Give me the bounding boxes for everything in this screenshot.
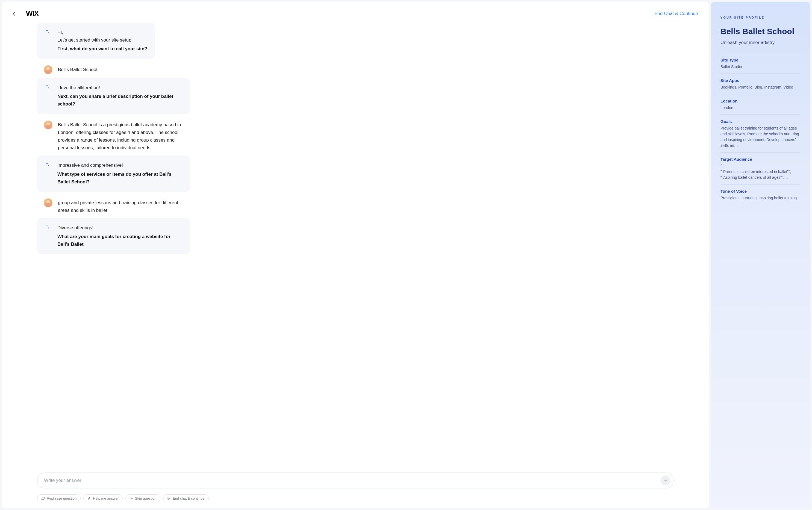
answer-input[interactable] <box>44 478 661 483</box>
arrow-right-icon <box>663 478 668 483</box>
end-chat-link[interactable]: End Chat & Continue <box>654 11 698 17</box>
rephrase-button[interactable]: Rephrase question <box>37 494 81 502</box>
profile-tagline: Unleash your inner artistry <box>721 40 801 46</box>
ai-message: I love the alliteration! Next, can you s… <box>37 78 698 114</box>
sparkle-icon <box>44 84 50 90</box>
section-label: Site Apps <box>721 78 801 83</box>
ai-content: Impressive and comprehensive! What type … <box>45 162 182 186</box>
pill-label: End chat & continue <box>173 496 204 501</box>
sparkle-icon <box>44 162 50 168</box>
refresh-icon <box>41 497 45 500</box>
user-avatar <box>44 120 53 129</box>
section-label: Tone of Voice <box>721 189 801 194</box>
end-chat-button[interactable]: End chat & continue <box>163 494 208 502</box>
section-label: Goals <box>721 119 801 124</box>
ai-text-line: Diverse offerings! <box>57 224 182 232</box>
ai-bubble: Hi, Let's get started with your site set… <box>37 23 155 59</box>
ai-bubble: I love the alliteration! Next, can you s… <box>37 78 190 114</box>
header: WIX End Chat & Continue <box>2 2 709 23</box>
wix-logo: WIX <box>21 9 38 18</box>
section-label: Site Type <box>721 58 801 62</box>
profile-section-target-audience: Target Audience [ ""Parents of children … <box>721 152 801 184</box>
pill-label: Help me answer <box>93 496 119 501</box>
pill-label: Rephrase question <box>47 496 77 501</box>
sparkle-icon <box>44 224 50 231</box>
ai-question: What type of services or items do you of… <box>57 171 182 186</box>
profile-section-tone: Tone of Voice Prestigious, nurturing, in… <box>721 184 801 205</box>
exit-icon <box>167 497 171 500</box>
ai-message: Diverse offerings! What are your main go… <box>37 218 698 254</box>
user-avatar <box>44 198 53 207</box>
ai-bubble: Diverse offerings! What are your main go… <box>37 218 190 254</box>
ai-text-line: I love the alliteration! <box>57 84 182 91</box>
user-message: Bell's Ballet School <box>37 63 190 78</box>
user-text: group and private lessons and training c… <box>58 198 182 214</box>
send-button[interactable] <box>661 476 670 485</box>
ai-question: Next, can you share a brief description … <box>57 93 182 108</box>
wand-icon <box>87 497 91 500</box>
chevron-left-icon <box>12 11 15 16</box>
ai-question: What are your main goals for creating a … <box>57 233 182 248</box>
ai-content: I love the alliteration! Next, can you s… <box>45 84 182 108</box>
section-value: Provide ballet training for students of … <box>721 125 801 148</box>
user-message: group and private lessons and training c… <box>37 196 190 218</box>
profile-section-location: Location London <box>721 94 801 115</box>
profile-title: Bells Ballet School <box>721 27 801 36</box>
ai-text-line: Hi, <box>57 29 147 36</box>
header-left: WIX <box>12 9 38 18</box>
section-label: Target Audience <box>721 157 801 162</box>
section-value: Prestigious, nurturing, inspiring ballet… <box>721 195 801 201</box>
back-button[interactable] <box>12 11 15 16</box>
ai-text-line: Impressive and comprehensive! <box>57 162 182 169</box>
ai-message: Impressive and comprehensive! What type … <box>37 155 698 192</box>
ai-message: Hi, Let's get started with your site set… <box>37 23 698 59</box>
pill-label: Skip question <box>135 496 156 501</box>
ai-text-line: Let's get started with your site setup. <box>57 36 147 44</box>
profile-label: YOUR SITE PROFILE <box>721 16 801 19</box>
input-wrapper <box>37 473 673 488</box>
sparkle-icon <box>44 29 50 35</box>
main-panel: WIX End Chat & Continue Hi, Let's get st… <box>2 2 709 508</box>
user-text: Bell's Ballet School <box>58 65 97 74</box>
profile-section-site-apps: Site Apps Bookings, Portfolio, Blog, Ins… <box>721 74 801 94</box>
input-container <box>2 473 709 492</box>
user-message: Bell's Ballet School is a prestigious ba… <box>37 118 190 155</box>
chat-area: Hi, Let's get started with your site set… <box>2 23 709 473</box>
section-value: Ballet Studio <box>721 64 801 70</box>
user-avatar <box>44 65 53 74</box>
action-pills: Rephrase question Help me answer Skip qu… <box>2 492 709 508</box>
help-answer-button[interactable]: Help me answer <box>83 494 123 502</box>
section-label: Location <box>721 99 801 103</box>
profile-section-site-type: Site Type Ballet Studio <box>721 53 801 74</box>
section-value: London <box>721 105 801 111</box>
ai-bubble: Impressive and comprehensive! What type … <box>37 155 190 192</box>
skip-icon <box>129 497 133 500</box>
side-profile-panel: YOUR SITE PROFILE Bells Ballet School Un… <box>710 2 810 508</box>
ai-content: Hi, Let's get started with your site set… <box>45 29 147 53</box>
section-value: [ ""Parents of children interested in ba… <box>721 163 801 180</box>
ai-question: First, what do you want to call your sit… <box>57 45 147 53</box>
profile-section-goals: Goals Provide ballet training for studen… <box>721 115 801 152</box>
user-text: Bell's Ballet School is a prestigious ba… <box>58 120 182 152</box>
skip-button[interactable]: Skip question <box>125 494 161 502</box>
ai-content: Diverse offerings! What are your main go… <box>45 224 182 248</box>
section-value: Bookings, Portfolio, Blog, Instagram, Vi… <box>721 84 801 90</box>
